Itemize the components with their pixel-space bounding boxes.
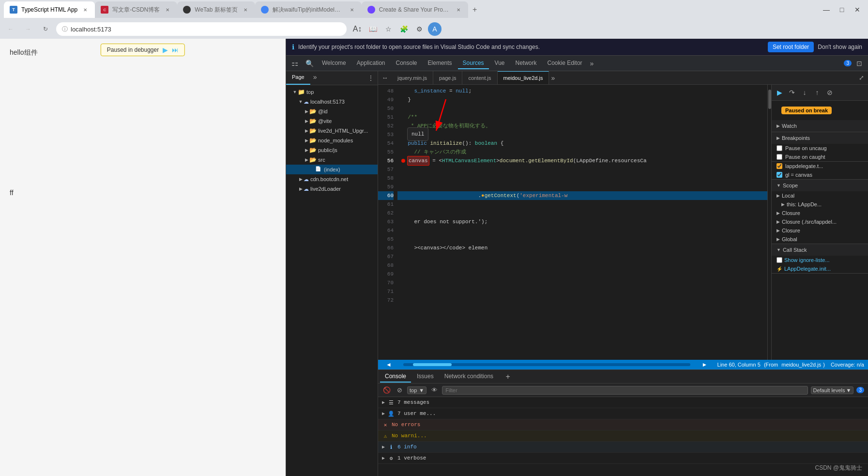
callstack-item-lapp[interactable]: ⚡ LAppDelegate.init... — [772, 264, 868, 273]
console-eye-button[interactable]: 👁 — [429, 385, 439, 395]
bp-checkbox-uncaught[interactable] — [777, 145, 782, 151]
tab-vue[interactable]: Vue — [490, 58, 510, 69]
scope-local[interactable]: ▶ Local — [772, 191, 868, 200]
sources-page-tab[interactable]: Page — [286, 71, 310, 85]
scope-header[interactable]: ▼ Scope — [772, 180, 868, 191]
console-expand-verbose[interactable]: ▶ — [382, 455, 385, 461]
scope-global[interactable]: ▶ Global — [772, 235, 868, 244]
h-scrollbar-thumb[interactable] — [413, 363, 452, 366]
watch-header[interactable]: ▶ Watch — [772, 120, 868, 132]
dont-show-button[interactable]: Don't show again — [818, 44, 862, 50]
pause-play-icon[interactable]: ▶ — [163, 46, 168, 54]
code-content[interactable]: s_instance = null ; } — [397, 85, 767, 360]
tab-close-perplexity[interactable]: ✕ — [455, 6, 462, 14]
tree-item-top[interactable]: ▼ 📁 top — [286, 87, 378, 97]
tab-waifu[interactable]: 解决waifuTip的initModel方法问题 ✕ — [255, 1, 362, 18]
pause-step-icon[interactable]: ⏭ — [172, 46, 179, 54]
console-expand-info[interactable]: ▶ — [382, 444, 385, 450]
editor-tab-contentjs[interactable]: content.js — [462, 71, 497, 85]
sources-more-menu[interactable]: ⋮ — [364, 71, 378, 85]
scope-closure1[interactable]: ▶ Closure — [772, 209, 868, 217]
editor-tab-jquery[interactable]: jquery.min.js — [392, 71, 433, 85]
console-expand-messages[interactable]: ▶ — [382, 399, 385, 405]
tab-perplexity[interactable]: Create & Share Your Prompts - F... ✕ — [362, 1, 468, 18]
back-button[interactable]: ← — [4, 22, 17, 36]
tab-network[interactable]: Network — [511, 58, 542, 69]
tab-console[interactable]: Console — [391, 58, 422, 69]
editor-more-tabs[interactable]: » — [549, 72, 557, 84]
editor-scrollbar-thumb[interactable] — [768, 90, 771, 109]
editor-tab-pagejs[interactable]: page.js — [433, 71, 462, 85]
devtools-dock-icon[interactable]: ⊡ — [853, 57, 866, 70]
devtools-inspect-icon[interactable]: 🔍 — [303, 57, 316, 70]
callstack-show-ignore[interactable]: Show ignore-liste... — [772, 256, 868, 264]
tree-item-live2d[interactable]: ▶ 📂 live2d_HTML_Upgr... — [286, 126, 378, 136]
reload-button[interactable]: ↻ — [39, 22, 52, 36]
console-tab-network[interactable]: Network conditions — [440, 371, 498, 383]
console-tab-console[interactable]: Console — [380, 371, 411, 383]
tab-ts-app[interactable]: T TypeScript HTML App ✕ — [4, 1, 95, 18]
console-tab-issues[interactable]: Issues — [412, 371, 439, 383]
watch-checkbox-lapp[interactable] — [777, 163, 782, 169]
tab-elements[interactable]: Elements — [423, 58, 457, 69]
debug-step-over-button[interactable]: ↷ — [786, 87, 798, 98]
bp-checkbox-caught[interactable] — [777, 154, 782, 160]
tree-item-src[interactable]: ▶ 📂 src — [286, 155, 378, 165]
new-tab-button[interactable]: + — [468, 3, 482, 16]
tab-sources[interactable]: Sources — [458, 58, 489, 69]
tree-item-live2dloader[interactable]: ▶ ☁ live2dLoader — [286, 184, 378, 194]
forward-button[interactable]: → — [21, 22, 35, 36]
console-filter-input[interactable] — [442, 386, 807, 395]
tab-wetab[interactable]: WeTab 新标签页 ✕ — [177, 1, 255, 18]
debug-resume-button[interactable]: ▶ — [774, 87, 785, 98]
breakpoints-header[interactable]: ▶ Breakpoints — [772, 132, 868, 144]
console-row-warnings[interactable]: ⚠ No warni... — [378, 430, 868, 442]
console-context-select[interactable]: top ▼ — [407, 386, 426, 394]
debug-deactivate-button[interactable]: ⊘ — [824, 87, 836, 98]
immersive-reader-icon[interactable]: 📖 — [366, 22, 380, 36]
devtools-more-tabs[interactable]: » — [588, 58, 596, 69]
tree-item-localhost[interactable]: ▼ ☁ localhost:5173 — [286, 97, 378, 107]
console-row-info[interactable]: ▶ ℹ 6 info — [378, 442, 868, 453]
settings-icon[interactable]: ⚙ — [412, 22, 426, 36]
console-row-verbose[interactable]: ▶ ⚙ 1 verbose — [378, 453, 868, 464]
editor-nav-icon[interactable]: ↔ — [378, 71, 392, 85]
minimize-button[interactable]: — — [820, 3, 833, 16]
scope-closure3[interactable]: ▶ Closure — [772, 226, 868, 235]
console-levels-select[interactable]: Default levels ▼ — [811, 386, 854, 394]
maximize-button[interactable]: □ — [835, 3, 849, 16]
scope-this[interactable]: ▶ this: LAppDe... — [772, 200, 868, 209]
debug-step-out-button[interactable]: ↑ — [811, 87, 823, 98]
editor-tab-meidou[interactable]: meidou_live2d.js — [498, 71, 549, 85]
tab-close-wetab[interactable]: ✕ — [242, 6, 249, 14]
horizontal-scrollbar[interactable] — [403, 363, 690, 366]
devtools-toggle-icon[interactable]: ⚏ — [288, 57, 302, 70]
translate-icon[interactable]: A↕ — [350, 22, 364, 36]
tab-welcome[interactable]: Welcome — [317, 58, 351, 69]
tab-cookie-editor[interactable]: Cookie Editor — [543, 58, 587, 69]
close-button[interactable]: ✕ — [851, 3, 864, 16]
console-clear-button[interactable]: 🚫 — [382, 385, 392, 395]
cs-ignore-checkbox[interactable] — [777, 257, 782, 263]
tree-item-index[interactable]: 📄 (index) — [286, 165, 378, 174]
tab-close-csdn[interactable]: ✕ — [164, 6, 171, 14]
tree-item-cdn[interactable]: ▶ ☁ cdn.bootcdn.net — [286, 174, 378, 184]
callstack-header[interactable]: ▼ Call Stack — [772, 244, 868, 256]
watch-checkbox-gl[interactable] — [777, 172, 782, 178]
tab-application[interactable]: Application — [352, 58, 390, 69]
sources-more-icon[interactable]: » — [310, 71, 320, 85]
tree-item-vite[interactable]: ▶ 📂 @vite — [286, 116, 378, 126]
favorites-icon[interactable]: ☆ — [381, 22, 395, 36]
tab-close-ts[interactable]: ✕ — [81, 6, 89, 14]
console-row-errors[interactable]: ✕ No errors — [378, 419, 868, 430]
set-root-button[interactable]: Set root folder — [768, 42, 814, 52]
debug-step-into-button[interactable]: ↓ — [799, 87, 810, 98]
extension-icon[interactable]: 🧩 — [397, 22, 411, 36]
status-file-link[interactable]: meidou_live2d.js — [781, 362, 821, 368]
scope-closure2[interactable]: ▶ Closure (./src/lappdel... — [772, 217, 868, 226]
url-bar[interactable]: ⓘ localhost:5173 — [56, 22, 347, 36]
console-filter-icon[interactable]: ⊘ — [395, 385, 404, 395]
tab-csdn[interactable]: C 写文章-CSDN博客 ✕ — [95, 1, 177, 18]
console-expand-user[interactable]: ▶ — [382, 411, 385, 416]
editor-expand-icon[interactable]: ⤢ — [854, 71, 868, 85]
